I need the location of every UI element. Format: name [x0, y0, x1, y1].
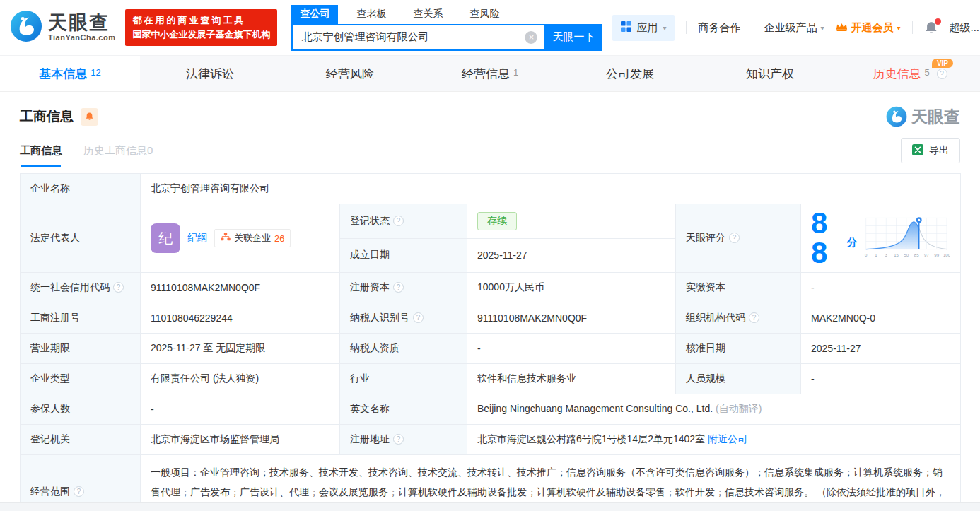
tab-count: 5: [924, 67, 929, 78]
company-info-table: 企业名称 北京宁创管理咨询有限公司 法定代表人 纪 纪纲 关联企业 26: [20, 173, 961, 511]
help-icon[interactable]: ?: [413, 312, 424, 323]
help-icon[interactable]: ?: [749, 312, 759, 323]
reg-address-value: 北京市海淀区魏公村路6号院1号楼14层2单元1402室: [477, 433, 705, 445]
field-label: 天眼评分?: [676, 204, 801, 273]
nav-enterprise-products[interactable]: 企业级产品 ▾: [764, 21, 824, 35]
reg-address-cell: 北京市海淀区魏公村路6号院1号楼14层2单元1402室 附近公司: [467, 425, 961, 455]
subtab-business-registration[interactable]: 工商信息: [20, 144, 62, 167]
svg-text:15: 15: [894, 253, 899, 257]
field-label: 企业名称: [21, 174, 141, 204]
help-icon[interactable]: ?: [393, 282, 404, 293]
table-row: 企业名称 北京宁创管理咨询有限公司: [21, 174, 961, 204]
company-name-value: 北京宁创管理咨询有限公司: [141, 174, 961, 204]
search-tab-company[interactable]: 查公司: [291, 5, 338, 24]
company-type-value: 有限责任公司 (法人独资): [141, 364, 340, 394]
monitor-bell-button[interactable]: [81, 108, 98, 126]
field-label: 注册资本?: [340, 273, 467, 303]
field-label: 纳税人识别号?: [340, 303, 467, 334]
avatar[interactable]: 纪: [151, 223, 180, 253]
membership-label: 开通会员: [851, 21, 894, 35]
tab-count: 12: [91, 67, 100, 78]
field-label: 纳税人资质: [340, 334, 467, 364]
nav-super-account[interactable]: 超级... ▾: [950, 21, 980, 35]
apps-menu[interactable]: 应用 ▾: [612, 15, 675, 41]
auto-translate-note: (自动翻译): [716, 403, 762, 414]
tab-company-development[interactable]: 公司发展: [560, 56, 700, 91]
nearby-companies-link[interactable]: 附近公司: [708, 433, 747, 445]
tianyancha-logo[interactable]: 天眼查 TianYanCha.com: [10, 10, 115, 45]
field-label: 行业: [340, 364, 467, 394]
export-label: 导出: [929, 144, 949, 157]
reg-number-value: 110108046229244: [141, 303, 340, 334]
search-tab-relation[interactable]: 查关系: [404, 5, 451, 24]
business-term-value: 2025-11-27 至 无固定期限: [141, 334, 340, 364]
search-tab-boss[interactable]: 查老板: [348, 5, 395, 24]
credit-code-value: 91110108MAK2MN0Q0F: [141, 273, 340, 303]
tab-intellectual-property[interactable]: 知识产权: [700, 56, 840, 91]
logo-subtitle: TianYanCha.com: [48, 34, 115, 42]
tab-count: 1: [513, 67, 518, 78]
export-button[interactable]: 导出: [901, 138, 960, 163]
field-label: 英文名称: [340, 394, 467, 425]
table-row: 工商注册号 110108046229244 纳税人识别号? 91110108MA…: [21, 303, 961, 334]
business-info-section: 工商信息 天眼查 工商信息 历史工商信息0 导出 企业名称 北京宁创管理咨询有限…: [0, 92, 980, 511]
field-label: 登记机关: [21, 425, 141, 455]
legal-rep-link[interactable]: 纪纲: [187, 232, 207, 245]
english-name-cell: Beijing Ningchuang Management Consulting…: [467, 394, 961, 425]
search-button[interactable]: 天眼一下: [544, 24, 602, 51]
table-row: 登记机关 北京市海淀区市场监督管理局 注册地址? 北京市海淀区魏公村路6号院1号…: [21, 425, 961, 455]
search-tab-risk[interactable]: 查风险: [461, 5, 508, 24]
legal-rep-cell: 纪 纪纲 关联企业 26: [141, 204, 340, 273]
tab-history-info[interactable]: 历史信息 5 ? VIP: [840, 56, 980, 91]
enterprise-label: 企业级产品: [764, 21, 817, 35]
score-axis-ticks: 0 1 3 15 50 85 97 99 100: [865, 253, 951, 257]
nav-divider: [686, 21, 687, 34]
table-row: 参保人数 - 英文名称 Beijing Ningchuang Managemen…: [21, 394, 961, 425]
nav-business-cooperation[interactable]: 商务合作: [698, 21, 740, 35]
nav-divider: [752, 21, 752, 34]
notifications-bell[interactable]: [924, 20, 938, 35]
insured-count-value: -: [141, 394, 340, 425]
promo-banner[interactable]: 都在用的商业查询工具 国家中小企业发展子基金旗下机构: [125, 9, 277, 46]
svg-text:3: 3: [885, 253, 887, 257]
page-bottom-strip: [0, 502, 980, 511]
crown-icon: [836, 22, 848, 34]
tab-basic-info[interactable]: 基本信息 12: [0, 56, 140, 91]
subtab-history-registration[interactable]: 历史工商信息0: [83, 144, 153, 167]
tab-label: 基本信息: [39, 66, 87, 82]
clear-search-icon[interactable]: ×: [525, 31, 537, 44]
nav-divider: [912, 21, 913, 34]
svg-text:50: 50: [904, 253, 909, 257]
svg-text:97: 97: [924, 253, 929, 257]
field-label: 法定代表人: [21, 204, 141, 273]
top-nav: 应用 ▾ 商务合作 企业级产品 ▾ 开通会员 ▾ 超级... ▾: [612, 15, 980, 41]
svg-text:85: 85: [914, 253, 918, 257]
field-label: 成立日期: [340, 238, 467, 273]
tab-operating-risk[interactable]: 经营风险: [280, 56, 420, 91]
notification-dot: [935, 18, 941, 25]
excel-icon: [912, 144, 923, 158]
tab-label: 历史信息: [873, 66, 921, 82]
score-unit: 分: [847, 236, 858, 249]
field-label: 登记状态?: [340, 204, 467, 239]
tab-business-info[interactable]: 经营信息 1: [420, 56, 560, 91]
nav-open-membership[interactable]: 开通会员 ▾: [836, 21, 901, 35]
related-count: 26: [274, 233, 284, 244]
related-label: 关联企业: [234, 232, 271, 245]
help-icon[interactable]: ?: [113, 282, 124, 293]
tianyancha-logo-icon: [10, 10, 42, 45]
help-icon[interactable]: ?: [729, 233, 740, 243]
help-icon[interactable]: ?: [937, 69, 947, 79]
svg-text:100: 100: [943, 253, 951, 257]
table-row: 企业类型 有限责任公司 (法人独资) 行业 软件和信息技术服务业 人员规模 -: [21, 364, 961, 394]
search-input[interactable]: [291, 24, 544, 51]
tab-legal-litigation[interactable]: 法律诉讼: [140, 56, 280, 91]
related-companies-button[interactable]: 关联企业 26: [214, 229, 291, 247]
chevron-down-icon: ▾: [897, 24, 901, 32]
help-icon[interactable]: ?: [74, 486, 84, 497]
field-label: 企业类型: [21, 364, 141, 394]
help-icon[interactable]: ?: [393, 434, 404, 445]
reg-authority-value: 北京市海淀区市场监督管理局: [141, 425, 340, 455]
svg-text:99: 99: [934, 253, 939, 257]
help-icon[interactable]: ?: [393, 216, 404, 226]
